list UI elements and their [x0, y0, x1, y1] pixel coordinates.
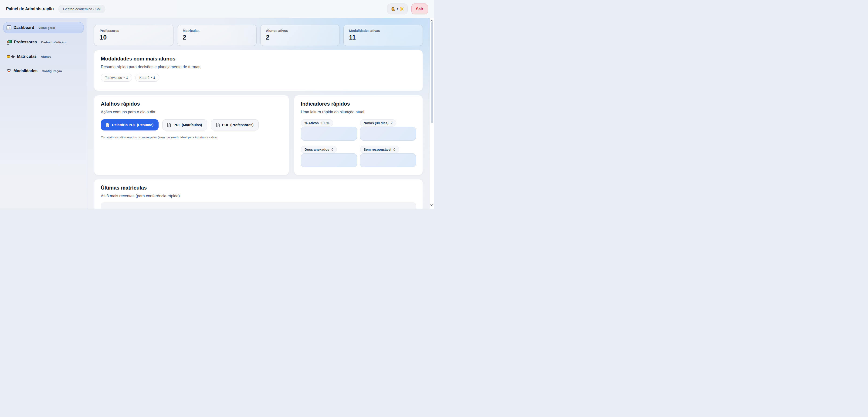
indicator-label: Docs anexados — [305, 148, 329, 151]
card-subtitle: Resumo rápido para decisões e planejamen… — [101, 65, 416, 69]
indicator-value: 2 — [391, 121, 393, 125]
chip-name: Karatê — [140, 76, 150, 79]
header: Painel de Administração Gestão acadêmica… — [0, 0, 434, 18]
theme-toggle-button[interactable]: / — [387, 3, 408, 14]
bar-chart-icon — [6, 25, 11, 30]
chip-separator: • — [151, 76, 152, 79]
logout-button[interactable]: Sair — [411, 3, 428, 14]
sidebar-item-label: Dashboard — [13, 25, 34, 30]
recent-enrollments-card: Últimas matrículas As 8 mais recentes (p… — [94, 179, 423, 209]
sidebar-item-sublabel: Visão geral — [38, 26, 55, 30]
indicator-ativos: % Ativos 100% — [301, 119, 357, 141]
chip-count: 1 — [153, 76, 155, 79]
stat-value: 2 — [266, 34, 334, 41]
button-label: PDF (Professores) — [222, 123, 253, 127]
indicator-docs: Docs anexados 0 — [301, 146, 357, 167]
main-content: Professores 10 Matrículas 2 Alunos ativo… — [87, 18, 430, 209]
header-actions: / Sair — [387, 3, 428, 14]
pdf-resumo-button[interactable]: Relatório PDF (Resumo) — [101, 119, 159, 131]
modality-chip: Karatê • 1 — [135, 74, 159, 82]
moon-icon — [391, 7, 395, 11]
indicator-box — [360, 127, 416, 141]
martial-arts-gi-icon — [6, 69, 11, 73]
card-title: Atalhos rápidos — [101, 101, 282, 107]
pdf-professores-button[interactable]: PDF (Professores) — [211, 119, 259, 131]
document-icon — [106, 123, 110, 127]
button-label: PDF (Matrículas) — [174, 123, 202, 127]
teacher-icon — [6, 40, 12, 45]
stat-value: 11 — [349, 34, 417, 41]
card-subtitle: As 8 mais recentes (para conferência ráp… — [101, 194, 416, 198]
chip-separator: • — [123, 76, 125, 79]
card-title: Indicadores rápidos — [301, 101, 416, 107]
sidebar-item-label: Modalidades — [13, 69, 37, 73]
indicator-value: 0 — [394, 148, 395, 151]
sidebar-item-professores[interactable]: Professores Cadastro/edição — [3, 36, 84, 48]
button-label: Relatório PDF (Resumo) — [112, 123, 153, 127]
indicator-novos: Novos (30 dias) 2 — [360, 119, 416, 141]
stat-label: Modalidades ativas — [349, 29, 417, 33]
indicator-sem-responsavel: Sem responsável 0 — [360, 146, 416, 167]
student-and-cap-icon — [6, 54, 15, 59]
chip-count: 1 — [126, 76, 128, 79]
sidebar-item-modalidades[interactable]: Modalidades Configuração — [3, 65, 84, 76]
chip-name: Taekwondo — [105, 76, 122, 79]
stat-value: 10 — [100, 34, 168, 41]
stat-label: Professores — [100, 29, 168, 33]
sun-icon — [400, 7, 404, 11]
indicator-value: 0 — [331, 148, 333, 151]
sidebar-item-sublabel: Alunos — [41, 55, 52, 58]
modality-chip: Taekwondo • 1 — [101, 74, 132, 82]
indicator-box — [360, 153, 416, 167]
pdf-button-row: Relatório PDF (Resumo) PDF (Matrículas) — [101, 119, 282, 131]
vertical-scrollbar[interactable] — [430, 18, 434, 209]
stat-label: Matrículas — [183, 29, 251, 33]
page-title: Painel de Administração — [6, 6, 54, 11]
scroll-down-arrow-icon[interactable] — [430, 203, 433, 206]
indicator-box — [301, 127, 357, 141]
card-subtitle: Uma leitura rápida da situação atual. — [301, 110, 416, 114]
admin-dashboard-app: Painel de Administração Gestão acadêmica… — [0, 0, 434, 209]
sidebar-item-sublabel: Cadastro/edição — [41, 40, 65, 44]
stat-card-modalidades-ativas: Modalidades ativas 11 — [343, 25, 423, 46]
indicator-label: % Ativos — [305, 121, 319, 125]
document-icon — [216, 123, 220, 127]
card-title: Últimas matrículas — [101, 185, 416, 191]
shortcuts-card: Atalhos rápidos Ações comuns para o dia … — [94, 95, 289, 175]
top-modalities-card: Modalidades com mais alunos Resumo rápid… — [94, 50, 423, 91]
card-title: Modalidades com mais alunos — [101, 56, 416, 62]
modality-chips: Taekwondo • 1 Karatê • 1 — [101, 74, 416, 82]
indicator-pill: Novos (30 dias) 2 — [360, 119, 396, 127]
sidebar-item-label: Matrículas — [17, 54, 36, 59]
sidebar-item-sublabel: Configuração — [42, 69, 62, 73]
stat-card-professores: Professores 10 — [94, 25, 174, 46]
middle-row: Atalhos rápidos Ações comuns para o dia … — [94, 95, 423, 175]
sidebar-item-label: Professores — [14, 40, 37, 44]
context-badge: Gestão acadêmica • SM — [58, 5, 105, 13]
indicators-grid: % Ativos 100% Novos (30 dias) 2 — [301, 119, 416, 167]
document-icon — [167, 123, 171, 127]
pdf-matriculas-button[interactable]: PDF (Matrículas) — [162, 119, 207, 131]
indicator-pill: Sem responsável 0 — [360, 146, 399, 153]
stat-label: Alunos ativos — [266, 29, 334, 33]
sidebar: Dashboard Visão geral Professores Cadast… — [0, 18, 87, 209]
scrollbar-thumb[interactable] — [431, 22, 433, 123]
indicator-value: 100% — [321, 121, 330, 125]
indicator-label: Novos (30 dias) — [364, 121, 389, 125]
header-left: Painel de Administração Gestão acadêmica… — [6, 5, 105, 13]
card-subtitle: Ações comuns para o dia a dia. — [101, 110, 282, 114]
shell: Dashboard Visão geral Professores Cadast… — [0, 18, 434, 209]
indicator-label: Sem responsável — [364, 148, 392, 151]
shortcuts-note: Os relatórios são gerados no navegador (… — [101, 136, 282, 139]
indicator-box — [301, 153, 357, 167]
stat-value: 2 — [183, 34, 251, 41]
theme-separator: / — [397, 7, 398, 11]
stat-card-alunos-ativos: Alunos ativos 2 — [260, 25, 340, 46]
sidebar-item-dashboard[interactable]: Dashboard Visão geral — [3, 22, 84, 33]
sidebar-item-matriculas[interactable]: Matrículas Alunos — [3, 51, 84, 62]
stat-card-matriculas: Matrículas 2 — [177, 25, 256, 46]
stats-row: Professores 10 Matrículas 2 Alunos ativo… — [94, 25, 423, 46]
indicator-pill: % Ativos 100% — [301, 119, 333, 127]
indicator-pill: Docs anexados 0 — [301, 146, 337, 153]
recent-table-header-strip — [101, 202, 416, 209]
